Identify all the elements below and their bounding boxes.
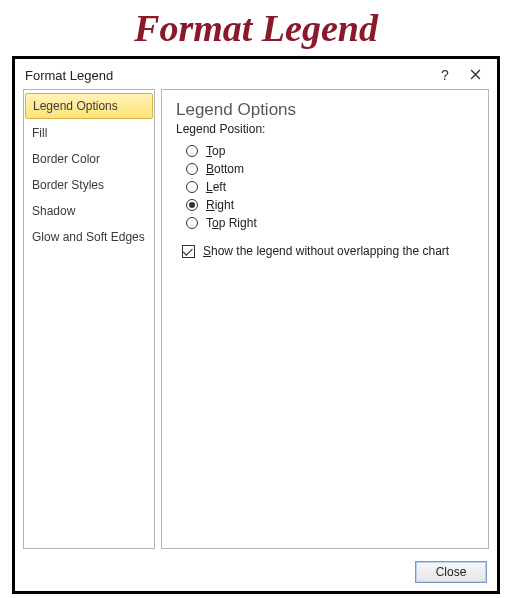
radio-label: Right [206,198,234,212]
radio-top[interactable]: Top [186,142,474,160]
radio-icon [186,163,198,175]
dialog-footer: Close [15,555,497,591]
radio-icon [186,199,198,211]
radio-right[interactable]: Right [186,196,474,214]
dialog-window: Format Legend ? Legend OptionsFillBorder… [12,56,500,594]
dialog-body: Legend OptionsFillBorder ColorBorder Sty… [15,89,497,555]
content-panel: Legend Options Legend Position: TopBotto… [161,89,489,549]
sidebar-item-border-styles[interactable]: Border Styles [24,172,154,198]
help-button[interactable]: ? [433,65,457,85]
radio-label: Left [206,180,226,194]
radio-label: Bottom [206,162,244,176]
checkbox-icon [182,245,195,258]
close-button[interactable]: Close [415,561,487,583]
titlebar-close-button[interactable] [463,65,487,85]
legend-position-label: Legend Position: [176,122,474,136]
sidebar-item-shadow[interactable]: Shadow [24,198,154,224]
overlap-checkbox-label: Show the legend without overlapping the … [203,244,449,258]
radio-label: Top Right [206,216,257,230]
content-heading: Legend Options [176,100,474,120]
sidebar-item-glow-and-soft-edges[interactable]: Glow and Soft Edges [24,224,154,250]
radio-icon [186,217,198,229]
page-heading: Format Legend [0,0,512,54]
overlap-checkbox-row[interactable]: Show the legend without overlapping the … [176,242,474,260]
radio-topright[interactable]: Top Right [186,214,474,232]
radio-left[interactable]: Left [186,178,474,196]
sidebar-item-legend-options[interactable]: Legend Options [25,93,153,119]
sidebar-item-border-color[interactable]: Border Color [24,146,154,172]
radio-label: Top [206,144,225,158]
radio-icon [186,181,198,193]
radio-bottom[interactable]: Bottom [186,160,474,178]
close-icon [470,67,481,83]
dialog-title: Format Legend [25,68,427,83]
radio-icon [186,145,198,157]
sidebar-item-fill[interactable]: Fill [24,120,154,146]
sidebar: Legend OptionsFillBorder ColorBorder Sty… [23,89,155,549]
titlebar: Format Legend ? [15,59,497,89]
legend-position-radios: TopBottomLeftRightTop Right [176,142,474,232]
